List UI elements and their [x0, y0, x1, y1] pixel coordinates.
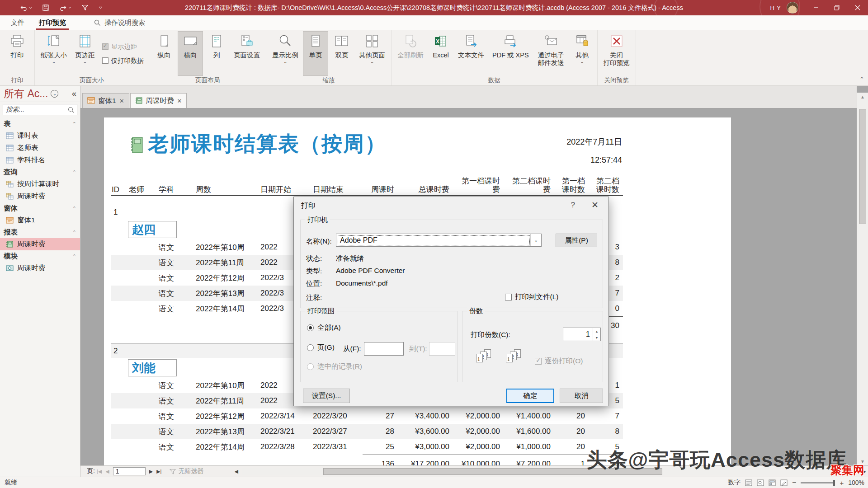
hscroll-left-icon[interactable]: ◀	[232, 469, 240, 474]
report-cell: 语文	[158, 301, 195, 316]
tab-file[interactable]: 文件	[4, 15, 32, 30]
nav-group-label: 窗体	[4, 204, 18, 213]
close-button[interactable]	[847, 0, 868, 15]
minimize-button[interactable]	[806, 0, 826, 15]
printer-name-combobox[interactable]: Adobe PDF ⌄	[336, 234, 542, 247]
close-print-preview-button[interactable]: 关闭 打印预览	[600, 31, 633, 76]
spinner-down-icon[interactable]: ▼	[593, 334, 600, 341]
print-to-file-checkbox[interactable]: 打印到文件(L)	[505, 292, 558, 302]
redo-icon[interactable]	[59, 4, 71, 11]
zoom-percentage[interactable]: 100%	[848, 479, 864, 486]
setup-button[interactable]: 设置(S)...	[303, 389, 350, 403]
vertical-scrollbar[interactable]: ▲ ▼	[857, 93, 868, 465]
properties-button[interactable]: 属性(P)	[556, 234, 597, 247]
nav-pane-header[interactable]: 所有 Ac... ⌄ «	[0, 86, 80, 102]
margins-button[interactable]: 页边距 ⌄	[71, 31, 99, 76]
report-cell: ¥2,000.00	[453, 439, 504, 455]
portrait-button[interactable]: 纵向	[151, 31, 177, 76]
nav-search-input[interactable]: 搜索...	[3, 104, 77, 115]
document-tab-1[interactable]: 周课时费✕	[130, 93, 187, 108]
tab-close-icon[interactable]: ✕	[119, 98, 124, 104]
last-page-icon[interactable]: ▶|	[155, 469, 163, 474]
save-icon[interactable]	[42, 4, 49, 11]
shutter-bar-icon[interactable]: «	[72, 89, 76, 99]
avatar[interactable]	[787, 2, 798, 14]
chevron-up-icon: ⌃	[72, 230, 76, 235]
email-icon	[543, 34, 559, 50]
filter-status[interactable]: 无筛选器	[170, 467, 203, 475]
one-page-icon	[308, 34, 323, 50]
nav-item-1-0[interactable]: 按周计算课时	[0, 178, 80, 190]
nav-menu-icon[interactable]: ⌄	[51, 90, 58, 98]
customize-quick-access-icon[interactable]	[99, 6, 103, 9]
nav-item-0-2[interactable]: 学科排名	[0, 154, 80, 166]
print-data-only-checkbox[interactable]: 仅打印数据	[102, 56, 144, 65]
dialog-close-icon[interactable]: ✕	[591, 200, 599, 210]
page-number-input[interactable]: 1	[113, 467, 146, 475]
cancel-button[interactable]: 取消	[560, 389, 603, 403]
report-view-icon[interactable]	[745, 479, 752, 486]
more-export-button[interactable]: 其他 ⌄	[570, 31, 595, 76]
nav-item-label: 学科排名	[17, 155, 45, 165]
checkbox-icon	[505, 294, 512, 300]
paper-size-button[interactable]: 纸张大小 ⌄	[37, 31, 71, 76]
restore-button[interactable]	[826, 0, 847, 15]
filter-icon[interactable]	[81, 4, 89, 11]
landscape-button[interactable]: 横向	[178, 31, 203, 76]
teacher-name-box[interactable]: 刘能	[128, 359, 177, 376]
export-pdf-xps-button[interactable]: PDF 或 XPS	[489, 31, 533, 76]
teacher-name-box[interactable]: 赵四	[128, 221, 177, 238]
document-tab-0[interactable]: 窗体1✕	[82, 93, 129, 108]
nav-group-header-4[interactable]: 模块⌃	[0, 250, 80, 262]
tab-close-icon[interactable]: ✕	[177, 98, 182, 104]
vertical-scroll-thumb[interactable]	[859, 109, 866, 224]
nav-group-header-1[interactable]: 查询⌃	[0, 166, 80, 178]
report-cell: ¥3,600.00	[398, 424, 453, 439]
nav-item-0-1[interactable]: 老师表	[0, 142, 80, 154]
nav-group-header-0[interactable]: 表⌃	[0, 118, 80, 130]
zoom-slider[interactable]	[801, 482, 835, 483]
user-initials[interactable]: H Y	[770, 5, 781, 11]
nav-item-0-0[interactable]: 课时表	[0, 130, 80, 142]
one-page-button[interactable]: 单页	[303, 31, 328, 76]
zoom-button[interactable]: 显示比例 ⌄	[269, 31, 302, 76]
nav-group-header-2[interactable]: 窗体⌃	[0, 202, 80, 214]
design-view-icon[interactable]	[780, 479, 788, 486]
scroll-up-icon[interactable]: ▲	[860, 93, 865, 101]
copies-spinner[interactable]: 1 ▲▼	[563, 328, 601, 341]
nav-item-4-0[interactable]: 周课时费	[0, 262, 80, 274]
page-from-input[interactable]	[364, 342, 404, 356]
tell-me-search[interactable]: 操作说明搜索	[94, 19, 145, 27]
nav-item-3-0[interactable]: 周课时费	[0, 238, 80, 250]
ribbon-collapse-icon[interactable]: ⌃	[859, 76, 864, 83]
more-pages-button[interactable]: 其他页面 ⌄	[355, 31, 389, 76]
zoom-in-icon[interactable]: +	[840, 479, 844, 487]
first-page-icon: |◀	[95, 469, 104, 474]
undo-icon[interactable]	[20, 4, 32, 11]
print-preview-view-icon[interactable]	[757, 479, 764, 486]
page-setup-button[interactable]: 页面设置	[230, 31, 264, 76]
table-icon	[6, 132, 14, 140]
combo-dropdown-icon[interactable]: ⌄	[530, 234, 541, 246]
print-button[interactable]: 打印	[2, 31, 32, 76]
nav-item-1-1[interactable]: 周课时费	[0, 190, 80, 202]
email-button[interactable]: 通过电子 邮件发送	[533, 31, 569, 76]
zoom-out-icon[interactable]: −	[792, 479, 796, 487]
range-all-radio[interactable]: 全部(A)	[307, 323, 341, 333]
two-pages-button[interactable]: 双页	[329, 31, 354, 76]
zoom-slider-thumb[interactable]	[833, 480, 835, 486]
columns-button[interactable]: 列	[204, 31, 229, 76]
nav-group-header-3[interactable]: 报表⌃	[0, 226, 80, 238]
export-text-file-button[interactable]: 文本文件	[454, 31, 488, 76]
ok-button[interactable]: 确定	[506, 389, 554, 403]
print-dialog[interactable]: 打印 ? ✕ 打印机 名称(N): Adobe PDF ⌄ 属性(P) 状态: …	[293, 197, 609, 406]
range-pages-radio[interactable]: 页(G)	[307, 343, 335, 352]
help-button[interactable]: ?	[571, 201, 575, 210]
nav-item-2-0[interactable]: 窗体1	[0, 214, 80, 226]
layout-view-icon[interactable]	[769, 479, 776, 486]
tab-print-preview[interactable]: 打印预览	[32, 15, 73, 30]
next-page-icon[interactable]: ▶	[147, 469, 155, 474]
nav-item-label: 周课时费	[17, 239, 45, 249]
export-excel-button[interactable]: X Excel	[428, 31, 453, 76]
spinner-up-icon[interactable]: ▲	[593, 328, 600, 334]
